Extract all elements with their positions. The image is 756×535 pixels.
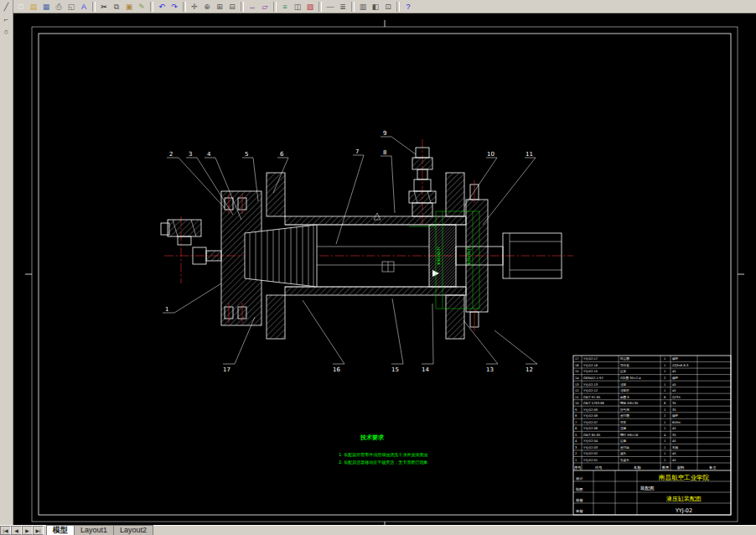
tab-Layout2[interactable]: Layout2 (113, 525, 153, 535)
bom-cell: 45 (672, 389, 676, 392)
tab-nav-arrows: |◀◀▶▶| (0, 525, 44, 535)
bom-cell: 密封垫 (620, 445, 629, 449)
callout-13: 13 (486, 366, 494, 373)
open-icon[interactable]: ▤ (28, 1, 39, 13)
bom-cell: 1 (664, 408, 665, 412)
copy-icon[interactable]: ⧉ (111, 1, 122, 13)
new-icon[interactable]: □ (15, 1, 27, 13)
undo-icon[interactable]: ↶ (156, 1, 168, 13)
bom-cell: 压盖 (620, 426, 627, 430)
pan-icon[interactable]: ✛ (189, 1, 200, 13)
save-icon[interactable]: ▦ (40, 1, 52, 13)
bom-cell: YYJ-02-06 (583, 427, 598, 430)
redo-icon[interactable]: ↷ (168, 1, 180, 13)
toolbar-top-icons: □▤▦⎙◱A✂⧉▣✎↶↷✛⊕⊞⊟↔▱≡◫▨—≣▥◧⊡? (15, 1, 414, 13)
cad-drawing: Φ40H8/f7 Φ50H8/f7 2 3 4 5 6 7 8 9 10 11 (13, 13, 756, 525)
bom-cell: 13 (575, 383, 579, 387)
draw-line-icon[interactable]: ╱ (1, 1, 13, 13)
bom-cell: 活塞杆 (620, 388, 629, 392)
zoom-previous-icon[interactable]: ⊟ (226, 1, 238, 13)
bom-cell: 35 (672, 408, 676, 412)
bom-cell: 6 (664, 396, 666, 399)
bom-cell: YYJ-02-07 (583, 421, 598, 424)
signature-label: 制图 (576, 487, 583, 491)
dimension-piston: Φ50H8/f7 (467, 247, 471, 265)
bom-cell: 排气阀 (620, 408, 629, 412)
callout-9: 9 (383, 130, 386, 137)
drawing-canvas[interactable]: Φ40H8/f7 Φ50H8/f7 2 3 4 5 6 7 8 9 10 11 (13, 13, 756, 525)
bom-cell: YYJ-02-15 (583, 370, 598, 373)
bom-cell: YYJ-02-08 (583, 414, 598, 418)
cut-icon[interactable]: ✂ (98, 1, 110, 13)
tab-模型[interactable]: 模型 (46, 525, 75, 535)
signature-label: 审核 (576, 509, 583, 513)
bom-cell: 45 (672, 383, 676, 387)
drawing-title: 液压缸装配图 (666, 496, 702, 502)
layout-tabbar: |◀◀▶▶| 模型Layout1Layout2 (0, 525, 756, 535)
bom-cell: GB/T 97-85 (583, 396, 600, 399)
bom-cell: 防尘圈 (620, 356, 629, 361)
drawing-number: YYJ-02 (675, 507, 692, 514)
bom-cell: 45 (672, 370, 676, 373)
tech-requirement-note-2: 2. 装配后活塞移动应平稳灵活，无卡滞爬行现象 (339, 460, 427, 465)
toolbar-left: ╱⌐○ (0, 0, 13, 525)
lineweight-icon[interactable]: ≣ (337, 1, 349, 13)
bom-cell: 3 (575, 446, 577, 449)
bom-header: 代号 (594, 465, 603, 470)
layout-tabs: 模型Layout1Layout2 (46, 525, 153, 535)
bom-cell: YYJ-02-02 (583, 452, 598, 455)
toolbar-left-icons: ╱⌐○ (1, 1, 13, 38)
tab-nav-3-button[interactable]: ▶| (33, 526, 44, 535)
bom-cell: O形圈 30×2.4 (620, 377, 641, 380)
tab-nav-2-button[interactable]: ▶ (22, 526, 33, 535)
bom-cell: ZQSn6-6-3 (672, 364, 688, 367)
linetype-icon[interactable]: — (324, 1, 336, 13)
tab-nav-0-button[interactable]: |◀ (0, 526, 11, 535)
help-icon[interactable]: ? (402, 1, 414, 13)
bom-cell: 17 (575, 357, 579, 361)
title-block: 17YYJ-02-17防尘圈1橡胶16YYJ-02-16导向套1ZQSn6-6-… (573, 356, 731, 515)
bom-cell: 1 (664, 452, 665, 455)
bom-cell: 7 (575, 421, 577, 424)
color-control-icon[interactable]: ▨ (304, 1, 316, 13)
bom-cell: 石棉 (672, 446, 679, 449)
paste-icon[interactable]: ▣ (123, 1, 135, 13)
bom-header: 数量 (662, 465, 669, 470)
area-icon[interactable]: ▱ (259, 1, 271, 13)
tab-Layout1[interactable]: Layout1 (74, 525, 114, 535)
bom-cell: 弹簧 (620, 420, 627, 424)
bom-cell: 导向套 (620, 364, 629, 367)
properties-icon[interactable]: ▥ (357, 1, 369, 13)
bom-cell: 14 (575, 377, 579, 380)
callout-4: 4 (207, 151, 211, 158)
callout-8: 8 (383, 149, 386, 156)
layers-icon[interactable]: ≡ (279, 1, 291, 13)
spell-icon[interactable]: A (78, 1, 90, 13)
match-properties-icon[interactable]: ✎ (136, 1, 148, 13)
layer-properties-icon[interactable]: ◫ (292, 1, 303, 13)
tech-requirement-note-1: 1. 装配前所有零件须用煤油清洗干净并涂润滑油 (339, 452, 427, 458)
bom-cell: 缸盖 (620, 439, 627, 443)
draw-circle-icon[interactable]: ○ (1, 26, 13, 38)
bom-cell: GB/T 5783-86 (583, 402, 605, 405)
distance-icon[interactable]: ↔ (246, 1, 258, 13)
callout-14: 14 (422, 366, 429, 373)
plot-preview-icon[interactable]: ◱ (65, 1, 77, 13)
bom-cell: 10 (575, 402, 579, 405)
plot-icon[interactable]: ⎙ (53, 1, 65, 13)
zoom-realtime-icon[interactable]: ⊕ (201, 1, 213, 13)
bom-cell: 2 (664, 414, 665, 418)
bom-cell: 5 (575, 434, 577, 437)
callout-7: 7 (355, 148, 359, 155)
design-center-icon[interactable]: ◧ (370, 1, 381, 13)
bom-cell: 1 (664, 389, 665, 392)
dimension-bore: Φ40H8/f7 (437, 247, 441, 265)
tab-nav-1-button[interactable]: ◀ (11, 526, 22, 535)
bom-cell: GB3452.1-92 (583, 377, 603, 380)
zoom-window-icon[interactable]: ⊞ (214, 1, 225, 13)
draw-polyline-icon[interactable]: ⌐ (1, 13, 13, 25)
toolbox-icon[interactable]: ⊡ (382, 1, 394, 13)
bom-cell: 管接头 (620, 458, 629, 462)
bom-cell: 2 (575, 452, 577, 455)
toolbar-separator (318, 2, 322, 12)
